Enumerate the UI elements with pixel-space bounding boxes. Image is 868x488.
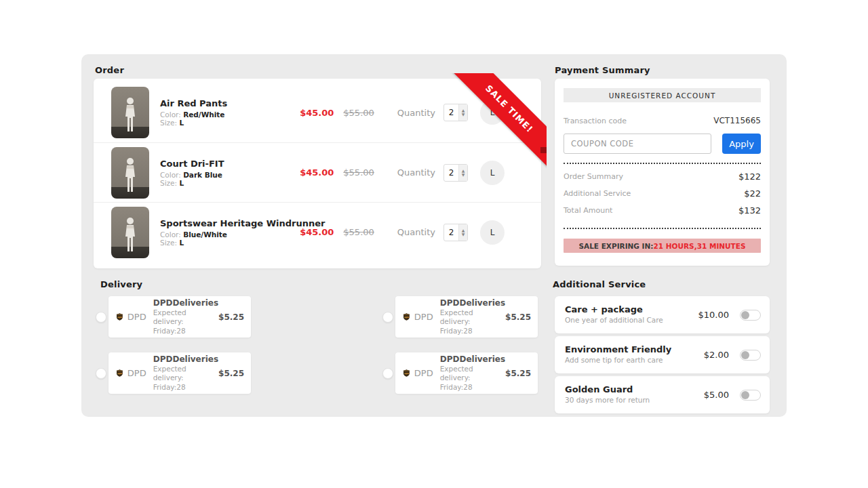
delivery-expected-date: Friday:28	[440, 327, 505, 336]
service-toggle[interactable]	[740, 390, 761, 401]
color-label: Color:	[160, 110, 181, 119]
svg-text:ups: ups	[117, 372, 123, 375]
service-item: Care + package One year of additional Ca…	[555, 296, 770, 333]
color-label: Color:	[160, 230, 181, 239]
checkout-panel: Order Air Red Pants Color: Red/White Siz…	[81, 54, 787, 417]
sale-countdown-prefix: SALE EXPIRING IN:	[578, 242, 653, 250]
sale-countdown-banner: SALE EXPIRING IN: 21 HOURS,31 MINUTES	[564, 239, 761, 253]
sale-price: $45.00	[300, 227, 334, 237]
service-price: $2.00	[704, 350, 729, 360]
size-badge: L	[480, 161, 505, 185]
summary-row-value: $132	[738, 205, 761, 216]
size-value: L	[179, 119, 184, 127]
delivery-radio[interactable]	[96, 368, 106, 379]
product-name: Air Red Pants	[160, 98, 227, 108]
carrier-label: DPD	[127, 312, 146, 322]
ups-logo-icon: ups	[403, 306, 410, 328]
delivery-radio[interactable]	[382, 312, 393, 323]
service-description: One year of additional Care	[565, 316, 663, 325]
summary-row: Order Summary $122	[564, 168, 761, 185]
summary-row-label: Total Amount	[564, 206, 612, 215]
order-section-title: Order	[95, 65, 124, 75]
old-price: $55.00	[343, 167, 374, 178]
delivery-radio[interactable]	[382, 368, 393, 379]
service-item: Golden Guard 30 days more for return $5.…	[555, 376, 770, 413]
delivery-radio[interactable]	[96, 312, 106, 323]
service-toggle[interactable]	[740, 310, 761, 321]
size-badge: L	[480, 220, 505, 245]
carrier-label: DPD	[414, 368, 433, 378]
quantity-value: 2	[444, 228, 458, 237]
old-price: $55.00	[343, 227, 374, 237]
spinner-down-icon[interactable]: ▼	[462, 232, 465, 237]
quantity-spinner[interactable]: ▲ ▼	[458, 165, 467, 181]
quantity-stepper[interactable]: 2 ▲ ▼	[443, 104, 468, 121]
service-item: Environment Friendly Add some tip for ea…	[555, 336, 770, 373]
product-image	[111, 87, 149, 138]
quantity-value: 2	[444, 168, 458, 178]
transaction-code-value: VCT115665	[713, 116, 761, 125]
quantity-stepper[interactable]: 2 ▲ ▼	[443, 164, 468, 182]
service-toggle[interactable]	[740, 350, 761, 361]
sale-countdown-time: 21 HOURS,31 MINUTES	[654, 242, 746, 250]
spinner-down-icon[interactable]: ▼	[462, 173, 465, 177]
delivery-expected-date: Friday:28	[440, 383, 505, 392]
product-image	[111, 207, 149, 258]
delivery-expected-label: Expected delivery:	[440, 308, 505, 326]
delivery-expected-label: Expected delivery:	[153, 308, 218, 326]
service-description: 30 days more for return	[565, 396, 650, 405]
svg-text:ups: ups	[404, 316, 410, 319]
summary-row-label: Additional Service	[564, 189, 631, 198]
order-card: Air Red Pants Color: Red/White Size: L $…	[94, 79, 541, 268]
color-value: Red/White	[183, 110, 224, 119]
quantity-label: Quantity	[397, 227, 435, 237]
delivery-option[interactable]: ups DPD DPDDeliveries Expected delivery:…	[395, 296, 538, 338]
summary-row-value: $22	[744, 188, 761, 199]
ups-logo-icon: ups	[117, 362, 123, 384]
delivery-price: $5.25	[218, 312, 244, 322]
quantity-spinner[interactable]: ▲ ▼	[458, 224, 467, 241]
delivery-option[interactable]: ups DPD DPDDeliveries Expected delivery:…	[108, 352, 251, 394]
size-label: Size:	[160, 239, 177, 247]
sale-price: $45.00	[300, 167, 334, 178]
delivery-option[interactable]: ups DPD DPDDeliveries Expected delivery:…	[395, 352, 538, 394]
delivery-name: DPDDeliveries	[440, 298, 505, 308]
summary-row-label: Order Summary	[564, 172, 623, 181]
payment-summary-card: UNREGISTERED ACCOUNT Transaction code VC…	[555, 79, 770, 266]
toggle-knob-icon	[741, 311, 749, 319]
service-name: Care + package	[565, 304, 663, 316]
delivery-expected-date: Friday:28	[153, 383, 218, 392]
transaction-code-label: Transaction code	[564, 117, 627, 125]
quantity-label: Quantity	[397, 108, 435, 118]
product-name: Sportswear Heritage Windrunner	[160, 218, 300, 228]
services-section-title: Additional Service	[553, 279, 646, 289]
product-name: Court Dri-FIT	[160, 159, 224, 169]
old-price: $55.00	[343, 108, 374, 118]
quantity-stepper[interactable]: 2 ▲ ▼	[443, 224, 468, 241]
summary-row: Total Amount $132	[564, 202, 761, 219]
service-name: Environment Friendly	[565, 344, 671, 356]
dotted-divider	[564, 163, 761, 164]
ups-logo-icon: ups	[403, 362, 410, 384]
dotted-divider	[564, 228, 761, 229]
spinner-down-icon[interactable]: ▼	[462, 113, 465, 117]
summary-row-value: $122	[738, 171, 761, 182]
delivery-name: DPDDeliveries	[440, 354, 505, 365]
delivery-option[interactable]: ups DPD DPDDeliveries Expected delivery:…	[108, 296, 251, 338]
color-label: Color:	[160, 171, 181, 179]
service-name: Golden Guard	[565, 384, 650, 396]
delivery-expected-label: Expected delivery:	[153, 365, 218, 382]
apply-coupon-button[interactable]: Apply	[722, 134, 761, 154]
delivery-expected-date: Friday:28	[153, 327, 218, 336]
delivery-price: $5.25	[218, 369, 244, 378]
coupon-code-input[interactable]	[564, 134, 711, 154]
toggle-knob-icon	[741, 351, 749, 359]
product-row: Air Red Pants Color: Red/White Size: L $…	[94, 83, 541, 142]
size-label: Size:	[160, 119, 177, 127]
quantity-value: 2	[444, 108, 458, 117]
quantity-spinner[interactable]: ▲ ▼	[458, 104, 467, 121]
delivery-price: $5.25	[505, 369, 531, 378]
service-price: $10.00	[698, 310, 730, 320]
svg-text:ups: ups	[404, 372, 410, 375]
toggle-knob-icon	[741, 391, 749, 399]
